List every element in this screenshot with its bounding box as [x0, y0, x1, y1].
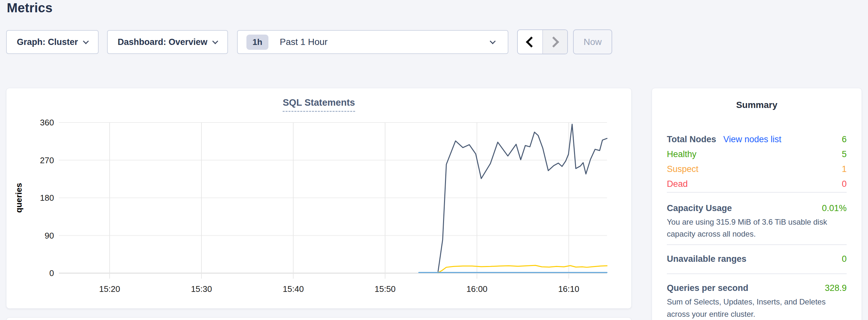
chevron-left-icon — [526, 36, 537, 47]
svg-text:180: 180 — [40, 193, 54, 203]
time-range-badge: 1h — [246, 35, 269, 50]
unavailable-ranges-label: Unavailable ranges — [667, 254, 746, 264]
view-nodes-list-link[interactable]: View nodes list — [723, 134, 782, 145]
divider — [667, 192, 847, 193]
divider — [667, 274, 847, 274]
svg-text:16:10: 16:10 — [558, 284, 579, 294]
svg-text:15:20: 15:20 — [99, 284, 120, 294]
suspect-value: 1 — [842, 164, 847, 174]
svg-text:0: 0 — [50, 268, 54, 278]
queries-per-second-description: Sum of Selects, Updates, Inserts, and De… — [667, 296, 847, 320]
prev-time-button[interactable] — [518, 30, 542, 54]
dead-value: 0 — [842, 179, 847, 189]
chevron-down-icon — [490, 38, 495, 44]
svg-text:360: 360 — [40, 118, 54, 127]
capacity-usage-description: You are using 315.9 MiB of 3.6 TiB usabl… — [667, 216, 847, 240]
total-nodes-row: Total Nodes View nodes list 6 — [667, 132, 847, 147]
divider — [667, 244, 847, 245]
time-range-label: Past 1 Hour — [280, 37, 328, 47]
svg-text:16:00: 16:00 — [466, 284, 487, 294]
capacity-usage-label: Capacity Usage — [667, 203, 732, 213]
chevron-down-icon — [213, 38, 218, 44]
total-nodes-label: Total Nodes — [667, 134, 716, 145]
graph-dropdown[interactable]: Graph: Cluster — [6, 30, 99, 54]
queries-per-second-value: 328.9 — [825, 283, 847, 293]
dashboard-dropdown-label: Dashboard: Overview — [118, 37, 208, 47]
healthy-label: Healthy — [667, 149, 696, 159]
capacity-usage-row: Capacity Usage 0.01% — [667, 203, 847, 213]
time-range-selector[interactable]: 1h Past 1 Hour — [237, 30, 508, 54]
queries-per-second-label: Queries per second — [667, 283, 748, 293]
unavailable-ranges-row: Unavailable ranges 0 — [667, 254, 847, 264]
suspect-nodes-row: Suspect 1 — [667, 162, 847, 177]
next-chart-card — [6, 317, 631, 320]
svg-text:270: 270 — [40, 156, 54, 165]
unavailable-ranges-value: 0 — [842, 254, 847, 264]
dashboard-dropdown[interactable]: Dashboard: Overview — [107, 30, 228, 54]
svg-text:queries: queries — [14, 183, 24, 213]
dead-label: Dead — [667, 179, 688, 189]
chevron-right-icon — [548, 36, 559, 47]
sql-statements-chart-card: SQL Statements 09018027036015:2015:3015:… — [6, 88, 631, 309]
queries-per-second-row: Queries per second 328.9 — [667, 283, 847, 293]
dead-nodes-row: Dead 0 — [667, 177, 847, 191]
svg-text:15:50: 15:50 — [374, 284, 396, 294]
capacity-usage-value: 0.01% — [822, 203, 847, 213]
suspect-label: Suspect — [667, 164, 699, 174]
summary-title: Summary — [667, 100, 847, 110]
graph-dropdown-label: Graph: Cluster — [17, 37, 78, 47]
chevron-down-icon — [83, 38, 89, 44]
svg-text:15:40: 15:40 — [283, 284, 304, 294]
total-nodes-value: 6 — [842, 134, 847, 145]
next-time-button[interactable] — [542, 30, 567, 54]
sql-statements-chart-plot[interactable]: 09018027036015:2015:3015:4015:5016:0016:… — [6, 88, 632, 309]
healthy-value: 5 — [842, 149, 847, 159]
time-pager — [517, 29, 568, 54]
svg-text:90: 90 — [44, 231, 54, 241]
page-title: Metrics — [7, 1, 52, 15]
summary-panel: Summary Total Nodes View nodes list 6 He… — [652, 88, 862, 320]
now-button[interactable]: Now — [573, 29, 612, 54]
svg-text:15:30: 15:30 — [191, 284, 212, 294]
healthy-nodes-row: Healthy 5 — [667, 147, 847, 162]
